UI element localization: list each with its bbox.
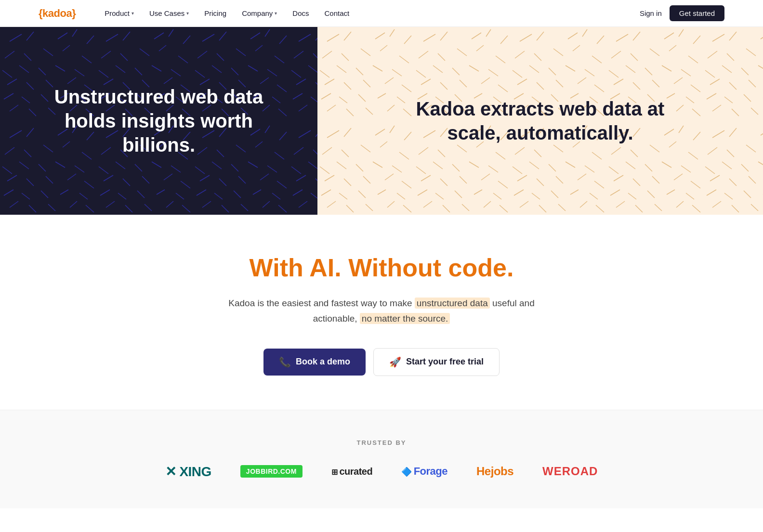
chevron-down-icon: ▾ [186,11,189,16]
hero-left-text: Unstructured web data holds insights wor… [33,65,284,176]
curated-logo: ⊞curated [331,466,372,477]
nav-docs[interactable]: Docs [292,9,309,17]
site-logo[interactable]: {kadoa} [39,7,76,20]
book-demo-button[interactable]: 📞 Book a demo [263,349,366,376]
chevron-down-icon: ▾ [275,11,277,16]
navbar: {kadoa} Product ▾ Use Cases ▾ Pricing Co… [0,0,763,27]
jobbird-logo: JOBBIRD.COM [240,465,303,478]
highlight-no-matter-source: no matter the source. [360,313,450,324]
rocket-icon: 🚀 [389,356,401,368]
nav-contact[interactable]: Contact [325,9,350,17]
nav-product[interactable]: Product ▾ [105,9,134,17]
hero-right-panel: Kadoa extracts web data at scale, automa… [317,27,763,215]
nav-actions: Sign in Get started [640,5,724,21]
value-headline: With AI. Without code. [250,253,514,282]
phone-icon: 📞 [279,356,291,368]
hejobs-logo: Hejobs [476,465,513,478]
brand-logos: ✕ XING JOBBIRD.COM ⊞curated 🔷Forage Hejo… [165,464,598,480]
hero-left-panel: Unstructured web data holds insights wor… [0,27,317,215]
highlight-unstructured-data: unstructured data [415,298,490,309]
nav-company[interactable]: Company ▾ [242,9,277,17]
get-started-button[interactable]: Get started [670,5,724,21]
nav-pricing[interactable]: Pricing [204,9,226,17]
trusted-label: TRUSTED BY [356,439,406,446]
sign-in-button[interactable]: Sign in [640,9,662,17]
weroad-logo: WEROAD [542,465,598,478]
xing-logo: ✕ XING [165,464,211,480]
trusted-section: TRUSTED BY ✕ XING JOBBIRD.COM ⊞curated 🔷… [0,410,763,508]
value-prop-section: With AI. Without code. Kadoa is the easi… [0,215,763,410]
forage-logo: 🔷Forage [401,465,447,478]
value-body: Kadoa is the easiest and fastest way to … [218,296,545,327]
cta-buttons: 📞 Book a demo 🚀 Start your free trial [263,348,500,376]
nav-links: Product ▾ Use Cases ▾ Pricing Company ▾ … [105,9,640,17]
chevron-down-icon: ▾ [132,11,134,16]
free-trial-button[interactable]: 🚀 Start your free trial [373,348,500,376]
nav-use-cases[interactable]: Use Cases ▾ [149,9,189,17]
hero-section: Unstructured web data holds insights wor… [0,27,763,215]
hero-right-text: Kadoa extracts web data at scale, automa… [391,78,689,164]
